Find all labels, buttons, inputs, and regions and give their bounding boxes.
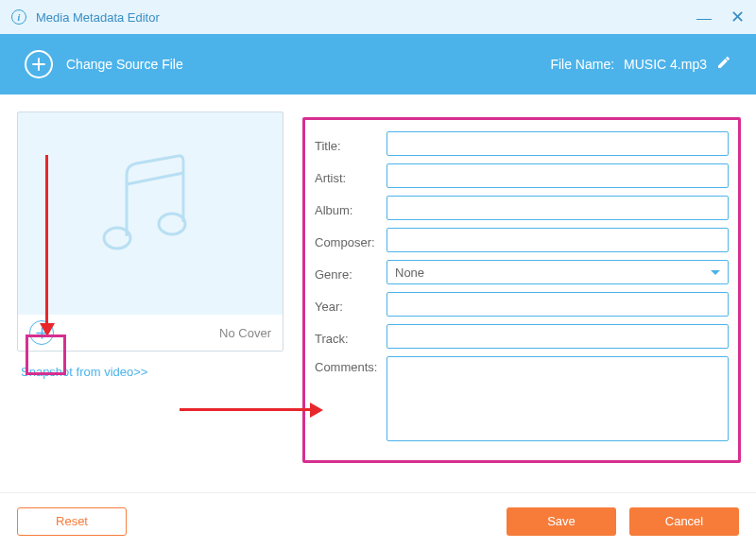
no-cover-label: No Cover bbox=[219, 326, 271, 340]
snapshot-link[interactable]: Snapshot from video>> bbox=[21, 365, 147, 379]
metadata-form: Title: Artist: Album: Composer: Genre: N… bbox=[302, 117, 741, 463]
edit-filename-button[interactable] bbox=[716, 55, 731, 74]
cover-preview: No Cover bbox=[17, 112, 284, 352]
change-source-label[interactable]: Change Source File bbox=[66, 57, 183, 72]
info-icon: i bbox=[11, 9, 26, 25]
svg-point-1 bbox=[159, 214, 185, 234]
title-label: Title: bbox=[315, 135, 387, 153]
artist-label: Artist: bbox=[315, 167, 387, 185]
filename-label: File Name: bbox=[550, 57, 614, 72]
toolbar: Change Source File File Name: MUSIC 4.mp… bbox=[0, 34, 756, 94]
pencil-icon bbox=[716, 55, 731, 70]
content-area: No Cover Snapshot from video>> Title: Ar… bbox=[0, 94, 756, 463]
genre-select[interactable]: None bbox=[387, 260, 729, 284]
plus-icon bbox=[32, 58, 45, 71]
album-input[interactable] bbox=[387, 196, 729, 220]
music-note-icon bbox=[89, 146, 212, 269]
window-controls: ✕ bbox=[696, 7, 745, 27]
change-source-button[interactable] bbox=[25, 50, 53, 78]
composer-input[interactable] bbox=[387, 228, 729, 252]
form-column: Title: Artist: Album: Composer: Genre: N… bbox=[302, 112, 741, 463]
album-label: Album: bbox=[315, 199, 387, 217]
cover-bottom-bar: No Cover bbox=[18, 315, 283, 351]
cover-column: No Cover Snapshot from video>> bbox=[17, 112, 302, 463]
genre-value: None bbox=[395, 266, 424, 280]
add-cover-button[interactable] bbox=[29, 320, 54, 345]
save-button[interactable]: Save bbox=[507, 507, 616, 536]
year-label: Year: bbox=[315, 296, 387, 314]
genre-label: Genre: bbox=[315, 264, 387, 282]
composer-label: Composer: bbox=[315, 232, 387, 249]
track-label: Track: bbox=[315, 328, 387, 346]
close-button[interactable]: ✕ bbox=[730, 7, 745, 27]
comments-label: Comments: bbox=[315, 356, 387, 374]
track-input[interactable] bbox=[387, 324, 729, 349]
footer: Reset Save Cancel bbox=[0, 492, 756, 549]
reset-button[interactable]: Reset bbox=[17, 507, 127, 536]
filename-value: MUSIC 4.mp3 bbox=[624, 57, 707, 72]
plus-icon bbox=[36, 327, 48, 339]
chevron-down-icon bbox=[711, 270, 720, 275]
title-input[interactable] bbox=[387, 131, 729, 156]
minimize-button[interactable] bbox=[696, 7, 712, 27]
titlebar: i Media Metadata Editor ✕ bbox=[0, 0, 756, 34]
year-input[interactable] bbox=[387, 292, 729, 317]
svg-point-0 bbox=[104, 228, 130, 249]
cancel-button[interactable]: Cancel bbox=[629, 507, 739, 536]
window-title: Media Metadata Editor bbox=[36, 10, 696, 25]
artist-input[interactable] bbox=[387, 163, 729, 188]
comments-input[interactable] bbox=[387, 356, 729, 441]
